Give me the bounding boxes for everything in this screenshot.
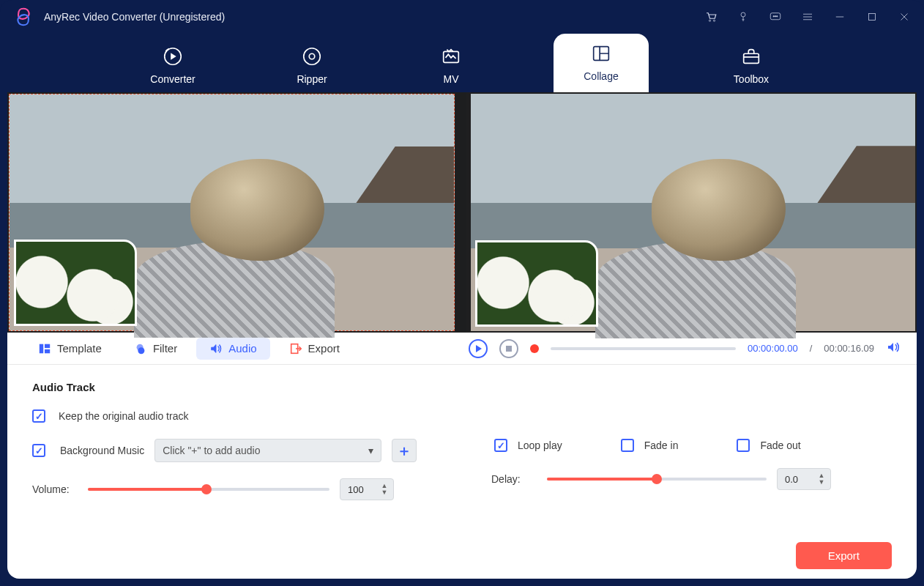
nav-label: MV (444, 73, 459, 85)
time-separator: / (810, 343, 813, 354)
converter-icon (162, 45, 184, 67)
volume-button[interactable] (886, 340, 901, 357)
titlebar: AnyRec Video Converter (Unregistered) (0, 0, 924, 34)
label-fade-in: Fade in (644, 440, 679, 451)
menu-icon[interactable] (801, 10, 814, 23)
checkbox-bg-music[interactable] (32, 444, 45, 457)
nav-collage[interactable]: Collage (554, 34, 649, 92)
svg-rect-13 (744, 53, 759, 63)
maximize-icon[interactable] (865, 10, 879, 23)
row-delay: Delay: 0.0 ▲▼ (491, 468, 892, 490)
inset-photo[interactable] (14, 240, 137, 326)
svg-point-6 (777, 16, 778, 18)
content-card: Template Filter Audio Export (7, 92, 917, 579)
svg-point-9 (304, 48, 321, 65)
slider-delay[interactable] (547, 478, 767, 481)
checkbox-keep-original[interactable] (32, 409, 45, 423)
tab-audio[interactable]: Audio (196, 338, 269, 360)
collage-subtabs: Template Filter Audio Export (7, 338, 469, 360)
volume-icon (886, 340, 901, 355)
key-icon[interactable] (737, 10, 750, 23)
section-title: Audio Track (32, 381, 892, 393)
arrow-down-icon[interactable]: ▼ (379, 489, 390, 496)
time-current: 00:00:00.00 (748, 343, 798, 354)
export-button[interactable]: Export (796, 542, 892, 569)
svg-rect-16 (45, 349, 50, 352)
row-volume: Volume: 100 ▲▼ (32, 478, 433, 500)
svg-rect-7 (869, 14, 876, 21)
filter-icon (134, 342, 147, 355)
toolbox-icon (740, 45, 762, 67)
audio-options: Audio Track Keep the original audio trac… (7, 365, 917, 532)
label-loop: Loop play (518, 440, 562, 451)
play-icon (474, 344, 483, 353)
record-indicator (530, 344, 539, 353)
svg-rect-14 (40, 344, 43, 353)
feedback-icon[interactable] (769, 10, 782, 23)
label-volume: Volume: (32, 483, 78, 495)
nav-converter[interactable]: Converter (136, 45, 209, 92)
play-button[interactable] (469, 339, 488, 358)
nav-label: Ripper (297, 73, 327, 85)
subject-person (103, 156, 360, 330)
stop-button[interactable] (499, 339, 518, 358)
cart-icon[interactable] (704, 10, 718, 23)
seek-track[interactable] (551, 347, 736, 350)
checkbox-fade-out[interactable] (737, 439, 750, 452)
ripper-icon (301, 45, 323, 67)
template-icon (38, 342, 51, 355)
tab-label: Audio (228, 342, 256, 355)
nav-label: Converter (150, 73, 195, 85)
row-bg-music: Background Music Click "+" to add audio … (32, 439, 433, 462)
svg-point-1 (713, 20, 715, 21)
output-preview (471, 94, 915, 331)
tab-template[interactable]: Template (25, 338, 115, 360)
tab-export[interactable]: Export (276, 338, 353, 360)
inset-photo (475, 240, 598, 327)
label-bg-music: Background Music (60, 445, 144, 456)
preview-separator (456, 92, 466, 333)
time-duration: 00:00:16.09 (824, 343, 874, 354)
row-keep-original: Keep the original audio track (32, 409, 892, 423)
nav-mv[interactable]: MV (414, 45, 488, 92)
svg-point-5 (775, 16, 776, 18)
collage-canvas[interactable] (9, 94, 455, 331)
select-bg-music[interactable]: Click "+" to add audio ▾ (154, 439, 381, 462)
subject-person (564, 155, 821, 331)
tab-label: Filter (153, 342, 177, 355)
export-icon (289, 342, 302, 355)
checkbox-fade-in[interactable] (621, 439, 634, 452)
svg-rect-15 (45, 344, 50, 347)
nav-label: Collage (584, 70, 618, 82)
minimize-icon[interactable] (833, 10, 846, 23)
chevron-down-icon: ▾ (368, 445, 373, 456)
svg-point-0 (709, 20, 710, 21)
add-audio-button[interactable]: ＋ (392, 439, 417, 462)
window-title: AnyRec Video Converter (Unregistered) (44, 11, 225, 23)
arrow-down-icon[interactable]: ▼ (816, 479, 827, 486)
select-placeholder: Click "+" to add audio (163, 445, 260, 456)
checkbox-loop[interactable] (494, 439, 507, 452)
slider-volume[interactable] (88, 488, 329, 491)
volume-value: 100 (348, 484, 364, 495)
tab-label: Export (308, 342, 340, 355)
main-nav: Converter Ripper MV Collage Toolbox (0, 34, 924, 92)
tab-filter[interactable]: Filter (121, 338, 190, 360)
label-fade-out: Fade out (760, 440, 800, 451)
app-window: AnyRec Video Converter (Unregistered) Co… (0, 0, 924, 586)
svg-point-4 (773, 16, 775, 18)
footer: Export (7, 532, 917, 579)
spinner-volume[interactable]: 100 ▲▼ (340, 478, 394, 500)
nav-ripper[interactable]: Ripper (275, 45, 349, 92)
delay-value: 0.0 (785, 474, 798, 485)
nav-toolbox[interactable]: Toolbox (715, 45, 788, 92)
svg-point-10 (309, 53, 315, 59)
close-icon[interactable] (898, 10, 911, 23)
spinner-delay[interactable]: 0.0 ▲▼ (777, 468, 831, 490)
tab-label: Template (57, 342, 102, 355)
app-logo-icon (13, 7, 34, 27)
mv-icon (440, 45, 462, 67)
audio-icon (209, 342, 223, 355)
svg-rect-18 (506, 346, 512, 352)
svg-point-2 (741, 12, 745, 17)
